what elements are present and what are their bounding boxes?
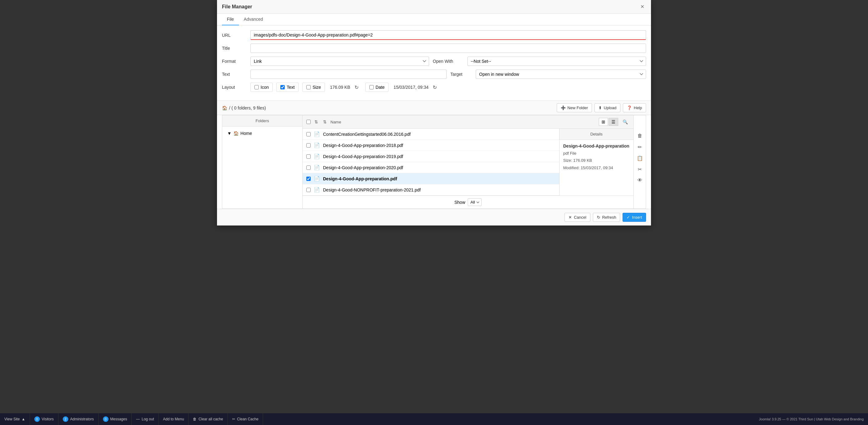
taskbar: View Site ▲ 0 Visitors 2 Administrators …	[0, 413, 868, 425]
select-all-checkbox[interactable]	[306, 120, 311, 124]
file-manager-modal: File Manager × File Advanced URL Title F…	[217, 0, 651, 226]
table-row[interactable]: 📄 Design-4-Good-App-preparation-2020.pdf	[303, 162, 559, 173]
cancel-button[interactable]: ✕ Cancel	[564, 213, 590, 222]
title-input[interactable]	[250, 44, 646, 53]
taskbar-administrators[interactable]: 2 Administrators	[58, 413, 99, 425]
details-header: Details	[559, 129, 633, 140]
details-modified-label: Modified:	[563, 166, 580, 170]
table-row[interactable]: 📄 Design-4-Good-App-preparation-2018.pdf	[303, 140, 559, 151]
taskbar-clean-cache[interactable]: ✂ Clean Cache	[228, 413, 263, 425]
files-header: ⇅ ⇅ Name ⊞ ☰ 🔍	[303, 115, 633, 129]
table-row[interactable]: 📄 Design-4-Good-NONPROFIT-preparation-20…	[303, 185, 559, 196]
tabs-bar: File Advanced	[217, 13, 651, 25]
layout-text-checkbox[interactable]	[280, 85, 285, 89]
layout-date-label: Date	[376, 85, 385, 90]
target-label: Target	[451, 72, 472, 77]
view-toggle: ⊞ ☰	[599, 118, 618, 126]
file-checkbox[interactable]	[306, 132, 311, 136]
layout-date-checkbox[interactable]	[369, 85, 374, 89]
view-site-label: View Site	[4, 417, 20, 421]
file-checkbox[interactable]	[306, 166, 311, 170]
upload-icon: ⬆	[598, 106, 602, 110]
taskbar-visitors[interactable]: 0 Visitors	[30, 413, 58, 425]
text-input[interactable]	[250, 69, 447, 79]
url-row: URL	[222, 30, 646, 40]
file-checkbox[interactable]	[306, 177, 311, 181]
layout-row: Layout Icon Text Size 176.09 KB ↻ Dat	[222, 83, 646, 92]
file-checkbox[interactable]	[306, 154, 311, 159]
sort-asc-button[interactable]: ⇅	[313, 119, 319, 125]
table-row[interactable]: 📄 Design-4-Good-App-preparation.pdf	[303, 173, 559, 185]
new-folder-button[interactable]: ➕ New Folder	[557, 103, 592, 112]
help-button[interactable]: ❓ Help	[623, 103, 646, 112]
file-checkbox[interactable]	[306, 143, 311, 147]
clear-cache-label: Clear all cache	[198, 417, 223, 421]
taskbar-messages[interactable]: 0 Messages	[99, 413, 132, 425]
refresh-button[interactable]: ↻ Refresh	[593, 213, 620, 222]
close-button[interactable]: ×	[639, 2, 646, 11]
clean-cache-label: Clean Cache	[237, 417, 258, 421]
messages-label: Messages	[111, 417, 127, 421]
taskbar-logout[interactable]: — Log out	[132, 413, 159, 425]
layout-label: Layout	[222, 85, 247, 90]
upload-button[interactable]: ⬆ Upload	[594, 103, 620, 112]
table-row[interactable]: 📄 Design-4-Good-App-preparation-2019.pdf	[303, 151, 559, 162]
layout-icon-checkbox[interactable]	[254, 85, 259, 89]
open-with-select[interactable]: --Not Set--	[467, 57, 646, 66]
taskbar-add-to-menu[interactable]: Add to Menu	[159, 413, 189, 425]
taskbar-clear-cache[interactable]: 🗑 Clear all cache	[189, 413, 227, 425]
file-checkbox[interactable]	[306, 188, 311, 192]
size-refresh-button[interactable]: ↻	[354, 84, 359, 91]
breadcrumb: 🏠 / ( 0 folders, 9 files)	[222, 106, 266, 110]
details-size-value: 176.09 KB	[574, 158, 592, 163]
details-meta: pdf File Size: 176.09 KB Modified: 15/03…	[563, 150, 630, 171]
sort-desc-button[interactable]: ⇅	[322, 119, 328, 125]
trash-icon: 🗑	[193, 417, 196, 421]
target-select[interactable]: Open in new window	[476, 69, 646, 79]
upload-label: Upload	[604, 106, 616, 110]
refresh-label: Refresh	[602, 215, 616, 220]
cut-button[interactable]: ✂	[635, 164, 645, 174]
open-with-label: Open With	[433, 59, 464, 64]
preview-button[interactable]: 👁	[635, 175, 645, 185]
delete-button[interactable]: 🗑	[635, 131, 645, 141]
folder-arrow-icon: ▼	[227, 131, 231, 136]
home-icon: 🏠	[222, 106, 227, 110]
cancel-icon: ✕	[568, 215, 572, 220]
show-select[interactable]: All	[468, 198, 482, 206]
url-input[interactable]	[250, 30, 646, 40]
clean-cache-icon: ✂	[232, 417, 235, 421]
layout-size-label: Size	[312, 85, 321, 90]
table-row[interactable]: 📄 ContentCreationGettingstarted06.06.201…	[303, 129, 559, 140]
folder-home-label: Home	[241, 131, 252, 136]
grid-view-button[interactable]: ⊞	[599, 118, 608, 126]
pdf-icon: 📄	[314, 153, 320, 159]
tab-advanced[interactable]: Advanced	[239, 13, 268, 25]
layout-icon-label: Icon	[260, 85, 269, 90]
file-name: Design-4-Good-App-preparation-2019.pdf	[323, 154, 556, 159]
help-icon: ❓	[627, 106, 632, 110]
modal-header: File Manager ×	[217, 0, 651, 13]
list-view-button[interactable]: ☰	[609, 118, 618, 126]
toolbar-buttons: ➕ New Folder ⬆ Upload ❓ Help	[557, 103, 646, 112]
insert-button[interactable]: ✓ Insert	[623, 213, 646, 222]
format-select[interactable]: Link	[250, 57, 429, 66]
layout-icon-item: Icon	[250, 83, 273, 92]
details-actions: 🗑 ✏ 📋 ✂ 👁	[633, 115, 646, 208]
tab-file[interactable]: File	[222, 13, 239, 25]
taskbar-view-site[interactable]: View Site ▲	[0, 413, 30, 425]
layout-size-item: Size	[302, 83, 325, 92]
copy-button[interactable]: 📋	[635, 153, 645, 163]
format-label: Format	[222, 59, 247, 64]
folder-item-home[interactable]: ▼ 🏠 Home	[225, 129, 300, 138]
administrators-badge: 2	[63, 416, 68, 422]
search-button[interactable]: 🔍	[621, 118, 630, 125]
edit-button[interactable]: ✏	[635, 142, 645, 152]
file-name: Design-4-Good-App-preparation.pdf	[323, 176, 556, 181]
view-site-arrow: ▲	[22, 417, 25, 421]
layout-size-checkbox[interactable]	[306, 85, 311, 89]
new-folder-icon: ➕	[561, 106, 566, 110]
folders-header: Folders	[222, 115, 302, 126]
folder-home-icon: 🏠	[234, 131, 239, 136]
date-refresh-button[interactable]: ↻	[432, 84, 437, 91]
